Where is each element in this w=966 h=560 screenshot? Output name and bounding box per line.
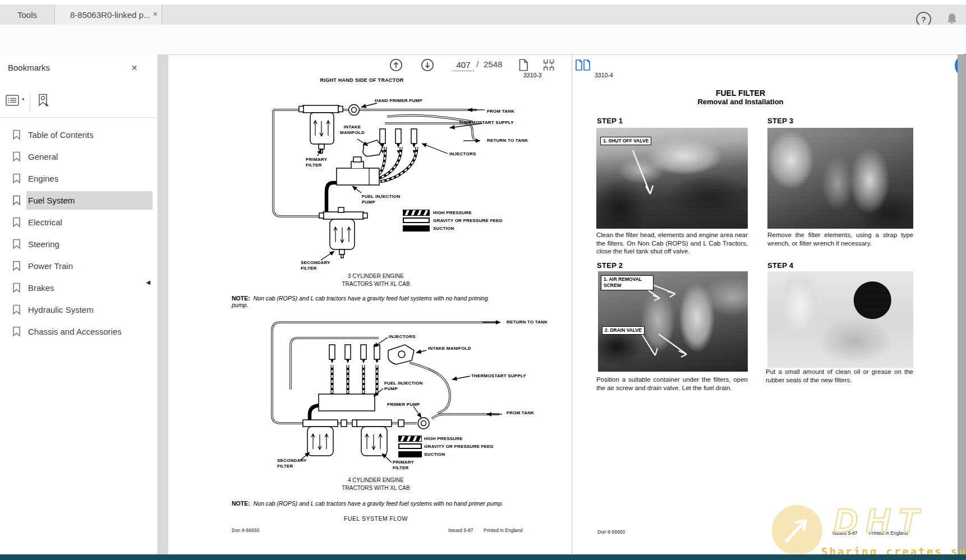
bookmarks-close-icon[interactable]: × xyxy=(131,62,137,74)
bookmark-ribbon-icon xyxy=(13,218,20,227)
fuel-system-diagram-3cyl xyxy=(219,90,567,275)
sidebar-item-electrical[interactable]: Electrical xyxy=(0,211,158,233)
legend-gravity-label: GRAVITY OR PRESSURE FEED xyxy=(433,218,503,223)
sidebar-item-fuel-system[interactable]: Fuel System xyxy=(0,189,158,211)
d2-fuel-injection-pump-label: FUEL INJECTION PUMP xyxy=(384,381,429,391)
legend-suction-swatch xyxy=(403,225,430,232)
legend-high-pressure-label: HIGH PRESSURE xyxy=(433,210,472,215)
bookmark-ribbon-icon xyxy=(13,327,20,336)
notifications-bell-icon[interactable] xyxy=(946,12,958,26)
note-4cyl: NOTE: Non cab (ROPS) and L cab tractors … xyxy=(232,500,505,507)
tab-tools-label: Tools xyxy=(17,10,37,20)
next-page-icon[interactable] xyxy=(420,58,435,72)
left-footer-issued: Issued 5-87 xyxy=(448,527,473,533)
d2-thermostart-label: THERMOSTART SUPPLY xyxy=(471,373,526,379)
page-seam xyxy=(572,54,572,554)
tab-close-icon[interactable]: × xyxy=(153,10,158,18)
legend2-high-pressure-swatch xyxy=(398,436,422,442)
tab-bar: Tools 8-85063R0-linked p... × ? xyxy=(0,4,966,25)
step4-heading: STEP 4 xyxy=(767,261,793,270)
d1-injectors-label: INJECTORS xyxy=(449,151,476,157)
tab-tools[interactable]: Tools xyxy=(0,4,54,25)
legend2-gravity-label: GRAVITY OR PRESSURE FEED xyxy=(424,444,494,449)
d1-fuel-injection-pump-label: FUEL INJECTION PUMP xyxy=(362,194,407,205)
caption-4cyl: 4 CYLINDER ENGINE TRACTORS WITH XL CAB xyxy=(323,476,429,492)
step1-callout-shut-off-valve: 1. SHUT OFF VALVE xyxy=(600,137,651,145)
page-count-divider: / xyxy=(476,59,479,69)
bookmark-ribbon-icon xyxy=(13,131,20,140)
legend-high-pressure-swatch xyxy=(403,210,430,216)
bookmark-ribbon-icon xyxy=(13,306,20,314)
legend2-high-pressure-label: HIGH PRESSURE xyxy=(424,436,463,441)
left-footer-doc-number: Don 8-56650 xyxy=(232,527,259,533)
d1-return-to-tank-label: RETURN TO TANK xyxy=(487,138,528,144)
pdf-viewer-window: Tools 8-85063R0-linked p... × ? ☆ xyxy=(0,0,966,560)
scrolling-page-view-icon[interactable] xyxy=(542,58,556,72)
locate-current-bookmark-icon[interactable] xyxy=(35,92,52,109)
d1-thermostart-label: THERMOSTART SUPPLY xyxy=(459,120,514,126)
sidebar-item-brakes[interactable]: Brakes xyxy=(0,277,158,299)
legend2-suction-label: SUCTION xyxy=(424,452,445,457)
panel-separator xyxy=(0,117,158,118)
tab-document[interactable]: 8-85063R0-linked p... × xyxy=(54,4,162,25)
bookmark-ribbon-icon xyxy=(13,240,20,249)
step1-caption: Clean the filter head, elements and engi… xyxy=(596,231,748,256)
sidebar-item-power-train[interactable]: Power Train xyxy=(0,255,158,277)
bookmark-ribbon-icon xyxy=(13,152,20,161)
bookmark-options-caret-icon[interactable]: ▾ xyxy=(22,96,25,102)
step4-caption: Put a small amount of clean oil or greas… xyxy=(766,368,913,384)
right-page-title: FUEL FILTER xyxy=(645,89,836,98)
watermark-letters: DHT xyxy=(834,501,963,540)
fuel-system-flow-title: FUEL SYSTEM FLOW xyxy=(323,515,429,522)
d1-from-tank-label: FROM TANK xyxy=(487,109,514,114)
d1-primary-filter-label: PRIMARY FILTER xyxy=(306,157,332,168)
two-page-view-icon[interactable] xyxy=(574,58,591,72)
note-3cyl: NOTE: Non cab (ROPS) and L cab tractors … xyxy=(232,295,505,308)
tab-document-label: 8-85063R0-linked p... xyxy=(70,10,150,20)
step3-photo xyxy=(767,128,913,229)
single-page-view-icon[interactable] xyxy=(516,58,531,72)
d2-secondary-filter-label: SECONDARY FILTER xyxy=(277,458,312,469)
panel-toolbar-divider xyxy=(30,94,30,112)
left-footer-printed: Printed in England xyxy=(484,527,522,533)
previous-page-icon[interactable] xyxy=(389,58,403,72)
step4-photo xyxy=(767,271,913,368)
d2-from-tank-label: FROM TANK xyxy=(507,410,534,416)
step2-callout-drain-valve: 2. DRAIN VALVE xyxy=(602,326,645,335)
main-toolbar: ☆ / 2548 xyxy=(0,25,966,55)
bookmark-ribbon-icon xyxy=(13,262,20,271)
bookmark-ribbon-icon xyxy=(13,196,20,205)
step2-heading: STEP 2 xyxy=(597,261,623,270)
page-number-input[interactable] xyxy=(452,58,475,71)
d1-hand-primer-pump-label: HAND PRIMER PUMP xyxy=(375,98,422,104)
left-page-number: 3310-3 xyxy=(523,72,542,78)
bookmark-ribbon-icon xyxy=(13,284,20,293)
bookmarks-panel-title: Bookmarks xyxy=(8,63,50,72)
sidebar-item-steering[interactable]: Steering xyxy=(0,233,158,255)
bottom-teal-bar xyxy=(0,554,966,560)
d1-intake-manifold-label: INTAKE MANIFOLD xyxy=(337,124,368,135)
step1-photo: 1. SHUT OFF VALVE xyxy=(596,128,748,229)
diagram1-title: RIGHT HAND SIDE OF TRACTOR xyxy=(303,77,421,83)
legend-gravity-swatch xyxy=(403,217,430,223)
collapse-panel-icon[interactable]: ◀ xyxy=(143,274,153,290)
legend-suction-label: SUCTION xyxy=(433,226,454,231)
sidebar-item-chassis-and-accessories[interactable]: Chassis and Accessories xyxy=(0,321,158,343)
sidebar-item-hydraulic-system[interactable]: Hydraulic System xyxy=(0,299,158,321)
d2-primary-filter-label: PRIMARY FILTER xyxy=(393,460,418,470)
step2-callout-air-removal-screw: 1. AIR REMOVAL SCREW xyxy=(601,275,654,290)
bookmarks-panel: Bookmarks × ▾ Table of Contents General … xyxy=(0,54,158,555)
bookmark-ribbon-icon xyxy=(13,174,20,183)
step3-caption: Remove the filter elements, using a stra… xyxy=(767,231,913,247)
sidebar-item-general[interactable]: General xyxy=(0,146,158,168)
d2-primer-pump-label: PRIMER PUMP xyxy=(387,402,420,408)
right-page-number: 3310-4 xyxy=(595,72,613,78)
step1-heading: STEP 1 xyxy=(597,117,623,125)
right-footer-doc-number: Don 8-56650 xyxy=(597,529,625,535)
d2-injectors-label: INJECTORS xyxy=(389,334,415,340)
sidebar-item-table-of-contents[interactable]: Table of Contents xyxy=(0,124,158,146)
watermark-arrow-icon xyxy=(772,505,822,556)
bookmark-options-icon[interactable] xyxy=(5,94,22,108)
panel-splitter[interactable] xyxy=(158,54,168,555)
sidebar-item-engines[interactable]: Engines xyxy=(0,168,158,189)
